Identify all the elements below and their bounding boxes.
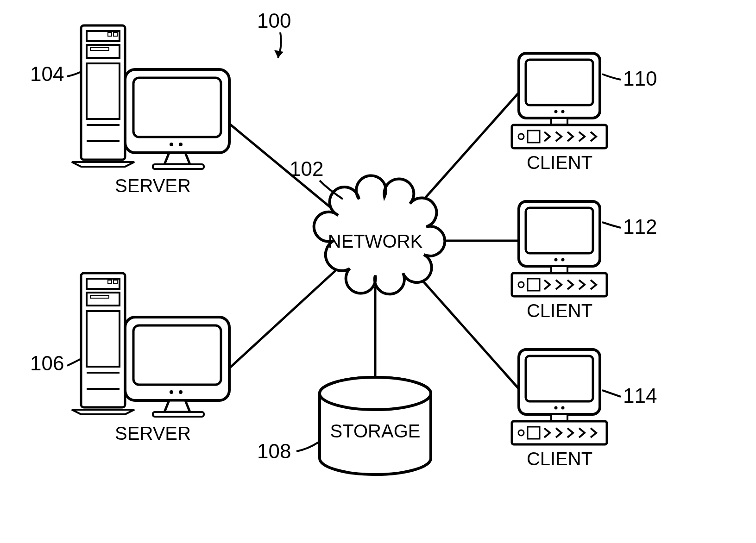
svg-rect-12 <box>113 32 117 36</box>
network-diagram: 100 NETWORK 102 STORAGE 108 <box>0 0 756 543</box>
network-label: NETWORK <box>328 231 423 251</box>
svg-line-0 <box>227 122 343 218</box>
svg-line-4 <box>408 264 519 389</box>
ref-102: 102 <box>290 157 343 199</box>
server-106: SERVER <box>72 273 229 443</box>
ref-102-label: 102 <box>290 157 323 180</box>
figure-ref-label: 100 <box>257 9 291 32</box>
svg-rect-14 <box>90 48 109 50</box>
svg-rect-52 <box>528 279 540 291</box>
svg-point-34 <box>170 390 173 394</box>
svg-rect-28 <box>90 295 109 298</box>
client-base-icon <box>512 125 607 148</box>
svg-rect-58 <box>512 421 607 444</box>
svg-point-21 <box>179 143 183 146</box>
svg-point-48 <box>561 258 565 262</box>
svg-rect-26 <box>113 280 117 284</box>
svg-rect-38 <box>526 60 593 105</box>
svg-rect-22 <box>153 164 204 169</box>
figure-ref: 100 <box>257 9 291 58</box>
server-106-label: SERVER <box>115 423 191 443</box>
ref-110: 110 <box>602 67 657 90</box>
client-monitor-icon <box>519 53 600 125</box>
client-112: CLIENT <box>512 201 607 321</box>
svg-rect-11 <box>108 32 112 36</box>
svg-point-47 <box>554 258 558 262</box>
server-monitor-icon <box>125 69 229 169</box>
svg-point-35 <box>179 390 183 394</box>
svg-point-8 <box>320 377 431 410</box>
ref-104: 104 <box>30 62 81 85</box>
svg-point-20 <box>170 143 173 146</box>
svg-rect-49 <box>551 266 567 273</box>
server-104: SERVER <box>72 25 229 196</box>
storage-label: STORAGE <box>330 421 421 441</box>
svg-point-55 <box>554 406 558 410</box>
client-base-icon <box>512 273 607 296</box>
server-monitor-icon <box>125 317 229 417</box>
svg-rect-15 <box>87 63 120 119</box>
client-114-label: CLIENT <box>527 449 592 469</box>
client-110-label: CLIENT <box>527 152 592 173</box>
svg-rect-27 <box>87 293 120 306</box>
svg-rect-25 <box>108 280 112 284</box>
svg-rect-57 <box>551 414 567 421</box>
client-monitor-icon <box>519 350 600 421</box>
svg-rect-42 <box>512 125 607 148</box>
ref-106-label: 106 <box>30 352 64 374</box>
svg-rect-41 <box>551 118 567 125</box>
ref-108: 108 <box>257 440 319 462</box>
svg-rect-29 <box>87 311 120 367</box>
svg-point-51 <box>518 282 524 287</box>
svg-rect-36 <box>153 412 204 417</box>
ref-114-label: 114 <box>623 384 657 407</box>
ref-114: 114 <box>602 384 657 407</box>
ref-108-label: 108 <box>257 440 291 462</box>
svg-rect-13 <box>87 45 120 58</box>
client-110: CLIENT <box>512 53 607 173</box>
ref-106: 106 <box>30 352 81 374</box>
svg-rect-50 <box>512 273 607 296</box>
svg-line-1 <box>227 264 343 370</box>
client-112-label: CLIENT <box>527 300 592 321</box>
svg-point-59 <box>518 430 524 436</box>
svg-rect-33 <box>133 325 221 385</box>
ref-104-label: 104 <box>30 62 64 85</box>
ref-112-label: 112 <box>623 215 657 238</box>
storage-node: STORAGE <box>320 377 431 474</box>
svg-rect-54 <box>526 356 593 401</box>
svg-marker-6 <box>274 50 284 58</box>
client-114: CLIENT <box>512 350 607 469</box>
server-104-label: SERVER <box>115 175 191 196</box>
svg-point-39 <box>554 110 558 113</box>
svg-rect-19 <box>133 78 221 137</box>
svg-point-56 <box>561 406 565 410</box>
svg-point-40 <box>561 110 565 113</box>
svg-rect-60 <box>528 427 540 439</box>
ref-110-label: 110 <box>623 67 657 90</box>
client-monitor-icon <box>519 201 600 273</box>
ref-112: 112 <box>602 215 657 238</box>
svg-rect-44 <box>528 131 540 143</box>
svg-rect-46 <box>526 208 593 253</box>
client-base-icon <box>512 421 607 444</box>
svg-point-43 <box>518 134 524 139</box>
